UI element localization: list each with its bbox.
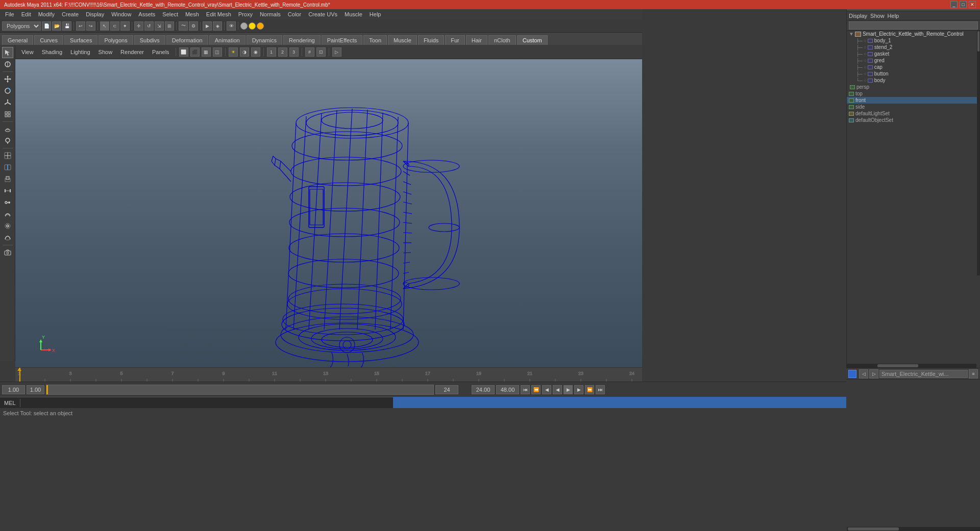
tab-toon[interactable]: Toon — [363, 35, 387, 45]
save-btn[interactable]: 💾 — [62, 21, 71, 31]
timeline-playhead[interactable] — [19, 368, 20, 382]
outliner-menu-show[interactable]: Show — [870, 13, 885, 19]
outliner-item-side[interactable]: side — [847, 104, 980, 110]
pb-next-key[interactable]: ▶ — [574, 385, 583, 394]
tab-subdivs[interactable]: Subdivs — [134, 35, 165, 45]
menu-mesh[interactable]: Mesh — [182, 10, 202, 18]
outliner-item-lightset[interactable]: defaultLightSet — [847, 110, 980, 117]
color-btn-yellow[interactable] — [249, 22, 256, 30]
pb-go-start[interactable]: ⏮ — [521, 385, 530, 394]
vp-texture-btn[interactable]: ▦ — [202, 47, 211, 57]
mel-input[interactable] — [20, 399, 393, 407]
menu-muscle[interactable]: Muscle — [341, 10, 365, 18]
camera-tool-btn[interactable] — [2, 247, 13, 258]
tab-muscle[interactable]: Muscle — [388, 35, 417, 45]
tab-deformation[interactable]: Deformation — [166, 35, 208, 45]
timeline-ruler[interactable]: 1 3 5 7 9 11 13 15 17 19 21 23 24 — [15, 367, 642, 382]
tab-surfaces[interactable]: Surfaces — [64, 35, 97, 45]
pb-step-back[interactable]: ⏪ — [531, 385, 541, 394]
select-tool-btn[interactable] — [2, 47, 13, 58]
pb-prev-key[interactable]: ◀ — [542, 385, 551, 394]
soft-select-btn[interactable] — [2, 123, 13, 135]
render-btn[interactable]: ▶ — [203, 21, 212, 31]
rotate-tool-btn[interactable] — [2, 85, 13, 96]
outliner-search-input[interactable] — [849, 21, 978, 30]
vp-lighting-btn[interactable]: ☀ — [229, 47, 238, 57]
maximize-button[interactable]: □ — [960, 1, 967, 8]
tab-hair[interactable]: Hair — [466, 35, 487, 45]
mat-btn-2[interactable]: ▷ — [869, 369, 878, 378]
viewport-content[interactable]: X Y — [15, 59, 642, 371]
tab-fluids[interactable]: Fluids — [418, 35, 444, 45]
tab-curves[interactable]: Curves — [34, 35, 63, 45]
menu-create-uvs[interactable]: Create UVs — [305, 10, 340, 18]
outliner-item-persp[interactable]: persp — [847, 84, 980, 90]
vp-menu-renderer[interactable]: Renderer — [117, 48, 147, 56]
pb-play-back[interactable]: ◀ — [553, 385, 562, 394]
vp-playblast-btn[interactable]: ▷ — [332, 47, 341, 57]
menu-create[interactable]: Create — [59, 10, 82, 18]
paint-select-btn[interactable] — [2, 59, 13, 70]
menu-modify[interactable]: Modify — [35, 10, 58, 18]
outliner-item-objectset[interactable]: defaultObjectSet — [847, 117, 980, 123]
undo-btn[interactable]: ↩ — [76, 21, 85, 31]
insert-edge-btn[interactable] — [2, 162, 13, 173]
outliner-item-scene-root[interactable]: ▼ Smart_Electric_Kettle_with_Remote_Cont… — [847, 31, 980, 37]
outliner-menu-display[interactable]: Display — [849, 13, 867, 19]
menu-edit[interactable]: Edit — [18, 10, 34, 18]
manipulator-btn[interactable]: ⊞ — [165, 21, 174, 31]
pb-play-fwd[interactable]: ▶ — [564, 385, 573, 394]
paint-select-btn[interactable]: ✦ — [120, 21, 130, 31]
tab-painteffects[interactable]: PaintEffects — [322, 35, 363, 45]
vp-menu-panels[interactable]: Panels — [149, 48, 173, 56]
outliner-item-cap[interactable]: ├─ ○ cap — [847, 64, 980, 70]
menu-color[interactable]: Color — [285, 10, 304, 18]
v-scroll-thumb[interactable] — [977, 31, 979, 52]
right-panel-h-scroll[interactable] — [847, 527, 980, 531]
menu-window[interactable]: Window — [108, 10, 134, 18]
material-name-input[interactable] — [879, 370, 968, 378]
select-btn[interactable]: ↖ — [100, 21, 109, 31]
vp-menu-view[interactable]: View — [18, 48, 37, 56]
vp-resolution-1-btn[interactable]: 1 — [267, 47, 276, 57]
menu-display[interactable]: Display — [83, 10, 107, 18]
range-end-input[interactable] — [435, 385, 458, 394]
soft-select-btn[interactable]: 〜 — [179, 21, 188, 31]
vp-wireframe-on-shaded-btn[interactable]: ◫ — [213, 47, 222, 57]
crease-btn[interactable] — [2, 209, 13, 220]
outliner-item-button[interactable]: ├─ ○ button — [847, 70, 980, 77]
h-scroll-thumb[interactable] — [877, 364, 918, 367]
menu-help[interactable]: Help — [366, 10, 384, 18]
show-manip-btn[interactable] — [2, 109, 13, 120]
scale-tool-btn[interactable] — [2, 97, 13, 108]
menu-select[interactable]: Select — [159, 10, 181, 18]
anim-total-input[interactable] — [496, 385, 519, 394]
smooth-btn[interactable] — [2, 232, 13, 243]
extrude-btn[interactable] — [2, 173, 13, 185]
paint-weights-btn[interactable] — [2, 135, 13, 146]
vp-ao-btn[interactable]: ◉ — [251, 47, 260, 57]
vp-resolution-3-btn[interactable]: 3 — [289, 47, 299, 57]
outliner-item-front[interactable]: front — [847, 97, 980, 104]
tab-dynamics[interactable]: Dynamics — [247, 35, 282, 45]
tab-fur[interactable]: Fur — [445, 35, 465, 45]
tab-polygons[interactable]: Polygons — [99, 35, 133, 45]
tab-rendering[interactable]: Rendering — [283, 35, 321, 45]
vp-grid-btn[interactable]: # — [305, 47, 314, 57]
vp-menu-lighting[interactable]: Lighting — [67, 48, 93, 56]
window-controls[interactable]: _ □ ✕ — [950, 1, 976, 8]
minimize-button[interactable]: _ — [950, 1, 958, 8]
outliner-item-body[interactable]: └─ ○ body — [847, 77, 980, 84]
target-weld-btn[interactable] — [2, 197, 13, 208]
pb-step-fwd[interactable]: ⏩ — [585, 385, 594, 394]
mat-btn-1[interactable]: ◁ — [859, 369, 868, 378]
outliner-item-body1[interactable]: ├─ ○ body_1 — [847, 37, 980, 44]
menu-normals[interactable]: Normals — [257, 10, 284, 18]
outliner-menu-help[interactable]: Help — [888, 13, 899, 19]
pb-go-end[interactable]: ⏭ — [596, 385, 605, 394]
show-hide-btn[interactable]: 👁 — [227, 21, 236, 31]
vp-wireframe-btn[interactable]: ⬜ — [179, 47, 188, 57]
outliner-item-stend2[interactable]: ├─ ○ stend_2 — [847, 44, 980, 50]
outliner-vertical-scrollbar[interactable] — [977, 31, 980, 275]
color-btn-orange[interactable] — [257, 22, 264, 30]
